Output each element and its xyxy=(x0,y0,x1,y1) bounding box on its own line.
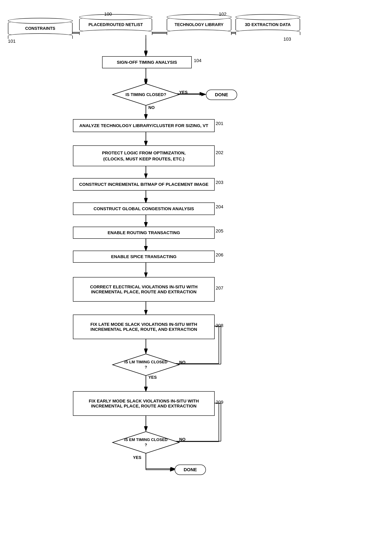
protect-logic-line1: PROTECT LOGIC FROM OPTIMIZATION, xyxy=(102,150,186,156)
no2-label: NO xyxy=(179,360,185,365)
fix-early-line2: INCREMENTAL PLACE, ROUTE AND EXTRACTION xyxy=(91,404,197,409)
no1-label: NO xyxy=(148,105,155,110)
enable-spice-box: ENABLE SPICE TRANSACTING xyxy=(73,251,215,263)
ref-209: 209 xyxy=(216,400,223,405)
ref-203: 203 xyxy=(216,180,223,185)
fix-late-mode-box: FIX LATE MODE SLACK VIOLATIONS IN-SITU W… xyxy=(73,315,215,339)
yes1-label: YES xyxy=(179,90,188,95)
is-em-timing-text: IS EM TIMING CLOSED? xyxy=(110,431,181,454)
fix-late-line2: INCREMENTAL PLACE, ROUTE, AND EXTRACTION xyxy=(90,327,197,332)
correct-electrical-box: CORRECT ELECTRICAL VIOLATIONS IN-SITU WI… xyxy=(73,277,215,302)
ref-100: 100 xyxy=(104,11,112,17)
construct-global-box: CONSTRUCT GLOBAL CONGESTION ANALYSIS xyxy=(73,203,215,215)
fix-late-line1: FIX LATE MODE SLACK VIOLATIONS IN-SITU W… xyxy=(90,322,197,327)
fix-early-line1: FIX EARLY MODE SLACK VIOLATIONS IN-SITU … xyxy=(89,399,199,404)
ref-101: 101 xyxy=(8,39,16,44)
fix-early-mode-box: FIX EARLY MODE SLACK VIOLATIONS IN-SITU … xyxy=(73,391,215,416)
ref-202: 202 xyxy=(216,150,223,155)
ref-208: 208 xyxy=(216,323,223,328)
ref-206: 206 xyxy=(216,252,223,258)
ref-103: 103 xyxy=(283,36,291,42)
ref-207: 207 xyxy=(216,285,223,291)
extraction-data-cylinder: 3D EXTRACTION DATA xyxy=(235,16,300,33)
ref-104: 104 xyxy=(194,58,202,63)
ref-205: 205 xyxy=(216,228,223,234)
done2-oval: DONE xyxy=(175,464,206,475)
correct-elec-line1: CORRECT ELECTRICAL VIOLATIONS IN-SITU WI… xyxy=(90,284,198,289)
ref-204: 204 xyxy=(216,204,223,210)
is-timing-closed-text: IS TIMING CLOSED? xyxy=(110,83,181,106)
protect-logic-box: PROTECT LOGIC FROM OPTIMIZATION, (CLOCKS… xyxy=(73,146,215,166)
arrows-svg xyxy=(0,0,392,541)
diagram-container: CONSTRAINTS PLACED/ROUTED NETLIST TECHNO… xyxy=(0,0,392,541)
analyze-tech-box: ANALYZE TECHNOLOGY LIBRARY/CLUSTER FOR S… xyxy=(73,119,215,132)
ref-201: 201 xyxy=(216,121,223,126)
enable-routing-box: ENABLE ROUTING TRANSACTING xyxy=(73,227,215,239)
placed-routed-cylinder: PLACED/ROUTED NETLIST xyxy=(79,16,152,33)
done1-oval: DONE xyxy=(206,90,237,100)
sign-off-box: SIGN-OFF TIMING ANALYSIS xyxy=(102,56,192,68)
construct-bitmap-box: CONSTRUCT INCREMENTAL BITMAP OF PLACEMEN… xyxy=(73,178,215,191)
technology-library-cylinder: TECHNOLOGY LIBRARY xyxy=(167,16,231,33)
no3-label: NO xyxy=(179,437,185,442)
yes2-label: YES xyxy=(148,375,157,380)
ref-102: 102 xyxy=(219,11,226,17)
is-lm-timing-text: IS LM TIMING CLOSED? xyxy=(110,353,181,376)
constraints-cylinder: CONSTRAINTS xyxy=(8,20,73,37)
yes3-label: YES xyxy=(133,455,141,460)
protect-logic-line2: (CLOCKS, MUST KEEP ROUTES, ETC.) xyxy=(103,156,184,162)
main-arrows xyxy=(0,0,392,541)
correct-elec-line2: INCREMENTAL PLACE, ROUTE AND EXTRACTION xyxy=(91,289,197,294)
